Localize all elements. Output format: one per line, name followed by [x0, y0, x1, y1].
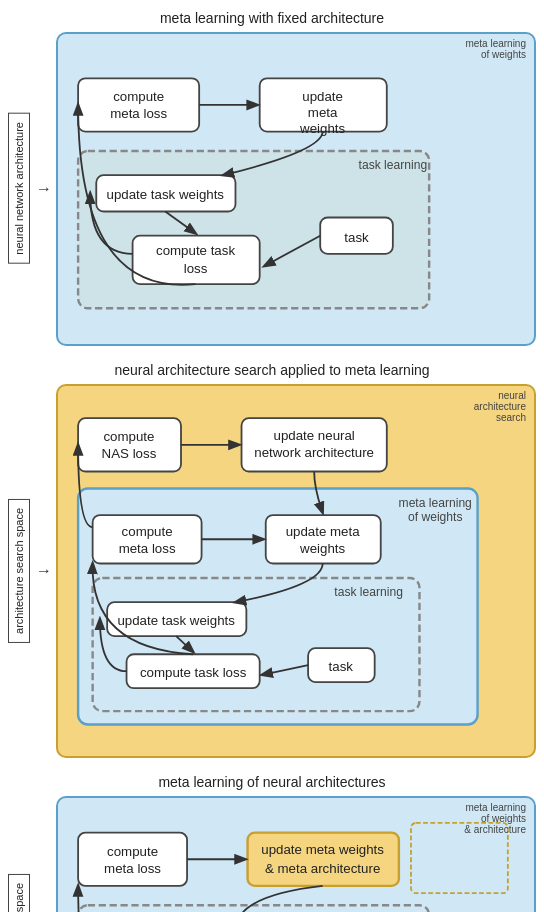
diagram2-arrow-in: [36, 562, 52, 580]
diagram1-outer-box: meta learningof weights compute meta los…: [56, 32, 536, 346]
diagram3-wrapper: architecture search space meta learningo…: [8, 796, 536, 912]
diagram3-outer-label: meta learningof weights& architecture: [464, 802, 526, 835]
svg-text:compute task: compute task: [156, 243, 235, 258]
svg-text:update task weights: update task weights: [117, 613, 235, 628]
diagram3-svg: compute meta loss update meta weights & …: [66, 806, 526, 912]
svg-text:meta: meta: [308, 105, 338, 120]
diagram2-side-label: architecture search space: [8, 499, 30, 643]
svg-text:compute: compute: [113, 89, 164, 104]
svg-text:update task weights: update task weights: [107, 187, 225, 202]
svg-text:meta loss: meta loss: [119, 540, 176, 555]
diagram2-outer-box: neuralarchitecturesearch compute NAS los…: [56, 384, 536, 758]
diagram1-side-label: neural network architecture: [8, 113, 30, 264]
svg-text:weights: weights: [299, 540, 345, 555]
diagram2-svg: compute NAS loss update neural network a…: [66, 394, 526, 745]
svg-rect-19: [78, 418, 181, 471]
svg-rect-0: [78, 78, 199, 131]
diagram3-outer-box: meta learningof weights& architecture co…: [56, 796, 536, 912]
svg-text:meta loss: meta loss: [110, 106, 167, 121]
svg-text:network architecture: network architecture: [254, 444, 374, 459]
svg-text:meta loss: meta loss: [104, 860, 161, 875]
diagram3-side-label: architecture search space: [8, 874, 30, 912]
svg-text:NAS loss: NAS loss: [102, 446, 157, 461]
diagram1-wrapper: neural network architecture meta learnin…: [8, 32, 536, 346]
svg-text:compute: compute: [107, 843, 158, 858]
svg-text:task: task: [329, 659, 354, 674]
diagram1-outer-label: meta learningof weights: [465, 38, 526, 60]
svg-rect-29: [93, 515, 202, 563]
diagram1-title: meta learning with fixed architecture: [160, 10, 384, 26]
svg-text:update: update: [302, 89, 343, 104]
svg-rect-46: [78, 832, 187, 885]
svg-text:compute task loss: compute task loss: [140, 665, 247, 680]
svg-text:update meta weights: update meta weights: [261, 842, 384, 857]
diagram1-arrow-in: [36, 180, 52, 198]
diagram2-wrapper: architecture search space neuralarchitec…: [8, 384, 536, 758]
diagram3-title: meta learning of neural architectures: [158, 774, 385, 790]
diagram1-svg: compute meta loss update meta weights ta…: [66, 42, 526, 333]
diagram2-outer-label: neuralarchitecturesearch: [474, 390, 526, 423]
diagram2-title: neural architecture search applied to me…: [114, 362, 429, 378]
svg-text:update meta: update meta: [286, 523, 361, 538]
svg-rect-54: [78, 905, 429, 912]
svg-text:of weights: of weights: [408, 510, 462, 524]
svg-rect-32: [266, 515, 381, 563]
svg-text:compute: compute: [103, 429, 154, 444]
svg-text:& meta architecture: & meta architecture: [265, 860, 380, 875]
svg-text:update neural: update neural: [273, 428, 354, 443]
svg-text:meta learning: meta learning: [399, 495, 472, 509]
svg-text:task learning: task learning: [359, 158, 428, 172]
svg-text:compute: compute: [122, 523, 173, 538]
svg-rect-49: [248, 832, 399, 885]
svg-text:task learning: task learning: [334, 585, 403, 599]
svg-text:task: task: [344, 230, 369, 245]
svg-text:loss: loss: [184, 261, 208, 276]
